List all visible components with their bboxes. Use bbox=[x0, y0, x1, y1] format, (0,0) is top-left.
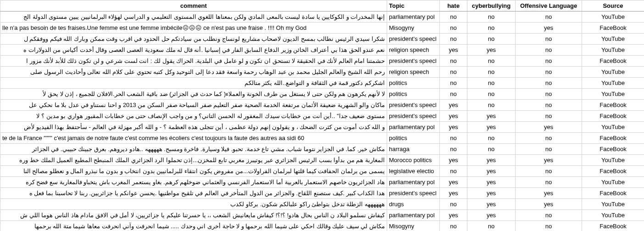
table-row[interactable]: ماكان والو الشهرية ضعيفة الأثمان مرتفعة … bbox=[0, 100, 644, 111]
table-row[interactable]: اشكركم دكتور قمة في الثقافة و التواضع..ا… bbox=[0, 78, 644, 89]
cell-hate[interactable]: yes bbox=[440, 155, 467, 166]
cell-comment[interactable]: رحم الله الشيخ والعالم الجليل محمد بن عب… bbox=[0, 67, 387, 78]
cell-offensive[interactable]: no bbox=[516, 56, 582, 67]
cell-cyberbullying[interactable]: yes bbox=[467, 210, 516, 221]
cell-source[interactable]: YouTube bbox=[582, 199, 644, 210]
cell-topic[interactable]: parliamentary pol bbox=[387, 11, 440, 23]
cell-source[interactable]: YouTube bbox=[582, 177, 644, 188]
cell-offensive[interactable]: no bbox=[516, 111, 582, 122]
cell-cyberbullying[interactable]: no bbox=[467, 100, 516, 111]
cell-offensive[interactable]: yes bbox=[516, 122, 582, 133]
cell-topic[interactable]: drugs bbox=[387, 199, 440, 210]
cell-source[interactable]: FaceBook bbox=[582, 144, 644, 155]
cell-hate[interactable]: no bbox=[440, 199, 467, 210]
cell-topic[interactable]: politics bbox=[387, 89, 440, 100]
cell-offensive[interactable]: no bbox=[516, 133, 582, 144]
table-row[interactable]: يسمى من برلمان الحفافت كيما قلتها لبرلما… bbox=[0, 166, 644, 177]
cell-comment[interactable]: نعم عندو الحق هذا بي أعتراف الخائن وزير … bbox=[0, 45, 387, 56]
cell-hate[interactable]: no bbox=[440, 11, 467, 23]
cell-cyberbullying[interactable]: yes bbox=[467, 188, 516, 199]
table-row[interactable]: مكاش خير. كما. في الجزاير نتوما شباب. مش… bbox=[0, 144, 644, 155]
cell-topic[interactable]: parliamentary pol bbox=[387, 177, 440, 188]
cell-topic[interactable]: Misogyny bbox=[387, 221, 440, 231]
cell-source[interactable]: YouTube bbox=[582, 210, 644, 221]
cell-topic[interactable]: politics bbox=[387, 78, 440, 89]
header-cyberbullying[interactable]: cyberbullying bbox=[467, 0, 516, 11]
table-row[interactable]: رحم الله الشيخ والعالم الجليل محمد بن عب… bbox=[0, 67, 644, 78]
cell-cyberbullying[interactable]: yes bbox=[467, 122, 516, 133]
cell-offensive[interactable]: no bbox=[516, 45, 582, 56]
cell-hate[interactable]: yes bbox=[440, 100, 467, 111]
cell-source[interactable]: FaceBook bbox=[582, 221, 644, 231]
cell-comment[interactable]: ههههههه الزطلة تدخل بتواطئ راكو علبالكم … bbox=[0, 199, 387, 210]
cell-cyberbullying[interactable]: yes bbox=[467, 166, 516, 177]
cell-topic[interactable]: president's speecl bbox=[387, 188, 440, 199]
header-hate[interactable]: hate bbox=[440, 0, 467, 11]
cell-cyberbullying[interactable]: no bbox=[467, 78, 516, 89]
cell-source[interactable]: FaceBook bbox=[582, 100, 644, 111]
cell-offensive[interactable]: no bbox=[516, 100, 582, 111]
cell-source[interactable]: FaceBook bbox=[582, 133, 644, 144]
cell-topic[interactable]: parliamentary pol bbox=[387, 122, 440, 133]
table-row[interactable]: لا لأنهم يكرهون هم ولكن حتى لا يستغل من … bbox=[0, 89, 644, 100]
cell-comment[interactable]: ماكان والو الشهرية ضعيفة الأثمان مرتفعة … bbox=[0, 100, 387, 111]
cell-comment[interactable]: لا لأنهم يكرهون هم ولكن حتى لا يستغل من … bbox=[0, 89, 387, 100]
cell-topic[interactable]: president's speecl bbox=[387, 34, 440, 45]
cell-offensive[interactable]: no bbox=[516, 210, 582, 221]
cell-topic[interactable]: politics bbox=[387, 133, 440, 144]
table-row[interactable]: هدا الكداب كبير .كيف ستصنع اللقاح. والجز… bbox=[0, 188, 644, 199]
cell-source[interactable]: YouTube bbox=[582, 11, 644, 23]
cell-topic[interactable]: parliamentary pol bbox=[387, 210, 440, 221]
cell-hate[interactable]: no bbox=[440, 56, 467, 67]
cell-hate[interactable]: yes bbox=[440, 45, 467, 56]
cell-source[interactable]: YouTube bbox=[582, 67, 644, 78]
cell-offensive[interactable]: no bbox=[516, 166, 582, 177]
cell-topic[interactable]: Morocco politics bbox=[387, 155, 440, 166]
cell-comment[interactable]: مكاش خير. كما. في الجزاير نتوما شباب. مش… bbox=[0, 144, 387, 155]
cell-offensive[interactable]: no bbox=[516, 78, 582, 89]
cell-hate[interactable]: yes bbox=[440, 188, 467, 199]
cell-cyberbullying[interactable]: no bbox=[467, 133, 516, 144]
cell-hate[interactable]: yes bbox=[440, 111, 467, 122]
cell-source[interactable]: YouTube bbox=[582, 122, 644, 133]
cell-hate[interactable]: no bbox=[440, 133, 467, 144]
table-row[interactable]: ههههههه الزطلة تدخل بتواطئ راكو علبالكم … bbox=[0, 199, 644, 210]
cell-topic[interactable]: harraga bbox=[387, 144, 440, 155]
cell-offensive[interactable]: yes bbox=[516, 23, 582, 34]
cell-topic[interactable]: president's speecl bbox=[387, 111, 440, 122]
cell-source[interactable]: FaceBook bbox=[582, 166, 644, 177]
cell-offensive[interactable]: yes bbox=[516, 188, 582, 199]
cell-comment[interactable]: lle n'a pas besoin de tes fraises.Une fe… bbox=[0, 23, 387, 34]
cell-cyberbullying[interactable]: no bbox=[467, 67, 516, 78]
cell-offensive[interactable]: no bbox=[516, 221, 582, 231]
cell-comment[interactable]: حشمتنا امام العالم لأنك في الحقيقة لا تس… bbox=[0, 56, 387, 67]
cell-topic[interactable]: president's speecl bbox=[387, 100, 440, 111]
table-row[interactable]: هاد الجزائريون خاصهم الاستعمار بالعربية … bbox=[0, 177, 644, 188]
cell-offensive[interactable]: yes bbox=[516, 199, 582, 210]
cell-source[interactable]: YouTube bbox=[582, 34, 644, 45]
cell-hate[interactable]: no bbox=[440, 89, 467, 100]
cell-topic[interactable]: legislative electio bbox=[387, 166, 440, 177]
cell-hate[interactable]: no bbox=[440, 144, 467, 155]
cell-hate[interactable]: yes bbox=[440, 177, 467, 188]
cell-hate[interactable]: no bbox=[440, 34, 467, 45]
cell-topic[interactable]: president's speecl bbox=[387, 56, 440, 67]
cell-source[interactable]: YouTube bbox=[582, 155, 644, 166]
cell-comment[interactable]: اشكركم دكتور قمة في الثقافة و التواضع..ا… bbox=[0, 78, 387, 89]
cell-cyberbullying[interactable]: yes bbox=[467, 199, 516, 210]
cell-topic[interactable]: religion speech bbox=[387, 45, 440, 56]
cell-offensive[interactable]: no bbox=[516, 177, 582, 188]
header-topic[interactable]: Topic bbox=[387, 0, 440, 11]
cell-comment[interactable]: إنها المخدرات و الكوكايين يا سادة ليست ب… bbox=[0, 11, 387, 23]
cell-source[interactable]: FaceBook bbox=[582, 111, 644, 122]
table-row[interactable]: إنها المخدرات و الكوكايين يا سادة ليست ب… bbox=[0, 11, 644, 23]
table-row[interactable]: te de la France """" c'est jamais de not… bbox=[0, 133, 644, 144]
table-row[interactable]: نعم عندو الحق هذا بي أعتراف الخائن وزير … bbox=[0, 45, 644, 56]
cell-comment[interactable]: و الله كدت أموت من كثرت الضحك ، و يقولون… bbox=[0, 122, 387, 133]
cell-comment[interactable]: كيفاش نسلمو البلاد ن الناس بحال هادو! ؟!… bbox=[0, 210, 387, 221]
cell-cyberbullying[interactable]: no bbox=[467, 56, 516, 67]
cell-comment[interactable]: المغاربة هم من بدأوا بسب الرئيس الجزائري… bbox=[0, 155, 387, 166]
cell-source[interactable]: YouTube bbox=[582, 78, 644, 89]
table-row[interactable]: و الله كدت أموت من كثرت الضحك ، و يقولون… bbox=[0, 122, 644, 133]
cell-comment[interactable]: يسمى من برلمان الحفافت كيما قلتها لبرلما… bbox=[0, 166, 387, 177]
